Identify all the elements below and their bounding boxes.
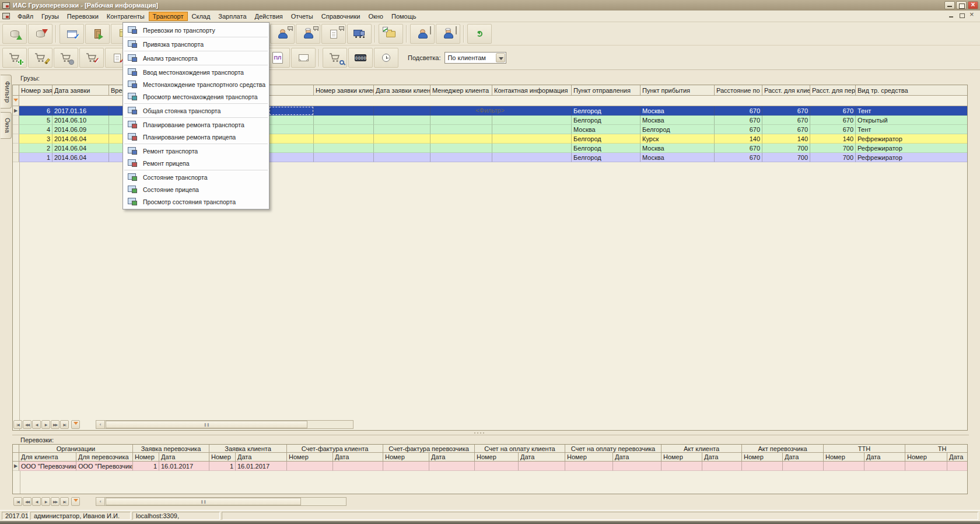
column-header-date[interactable]: Дата [702, 453, 742, 462]
nav-prior-button[interactable]: ◀ [32, 420, 41, 429]
table-row[interactable]: ▶ ООО "Перевозчики" ООО "Перевозчики" 1 … [13, 462, 967, 471]
menu-item-transport-state[interactable]: Состояние транспорта [123, 171, 269, 183]
chart-folder-button[interactable] [379, 24, 403, 44]
mdi-restore-button[interactable] [959, 12, 965, 18]
menu-file[interactable]: Файл [13, 12, 37, 21]
nav-filter-button[interactable] [71, 420, 80, 429]
column-header-date[interactable]: Дата [613, 453, 662, 462]
column-header-number[interactable]: Номер [133, 453, 159, 462]
menu-item-trailer-state[interactable]: Состояние прицепа [123, 183, 269, 195]
nav-next-button[interactable]: ▶ [41, 497, 50, 506]
nav-next-button[interactable]: ▶ [41, 420, 50, 429]
highlight-combobox[interactable]: По клиентам [444, 52, 506, 64]
column-header-departure[interactable]: Пункт отправления [572, 85, 640, 96]
exit-door-button[interactable] [85, 24, 110, 44]
cart-engine-button[interactable] [54, 48, 78, 68]
menu-item-transport-binding[interactable]: Привязка транспорта [123, 38, 269, 50]
column-header-route-distance[interactable]: Расстояние по маршруту [715, 85, 762, 96]
minimize-button[interactable] [944, 1, 955, 9]
column-header-date[interactable]: Дата [947, 453, 968, 462]
menu-contractors[interactable]: Контрагенты [103, 12, 149, 21]
menu-item-transport-analysis[interactable]: Анализ транспорта [123, 52, 269, 64]
combo-dropdown-button[interactable] [496, 53, 505, 62]
menu-item-transportations-by-transport[interactable]: Перевозки по транспорту [123, 24, 269, 36]
panel-splitter[interactable] [459, 432, 499, 435]
mdi-minimize-button[interactable] [949, 12, 954, 18]
nav-last-button[interactable]: ▶| [60, 420, 69, 429]
menu-help[interactable]: Помощь [387, 12, 421, 21]
column-header-for-client[interactable]: Для клиента [19, 453, 76, 462]
column-header-hidden[interactable] [269, 85, 314, 96]
client-report-button[interactable] [410, 24, 435, 44]
scroll-left-arrow[interactable]: ‹ [96, 421, 105, 428]
column-header-request-date[interactable]: Дата заявки [52, 85, 109, 96]
column-header-number[interactable]: Номер [565, 453, 613, 462]
refresh-document-button[interactable] [467, 24, 492, 44]
nav-prior-page-button[interactable]: ◀◀ [23, 420, 32, 429]
transports-horizontal-scrollbar[interactable]: ‹ [96, 497, 346, 506]
tab-filter[interactable]: Фильтр [1, 75, 12, 109]
column-header-arrival[interactable]: Пункт прибытия [640, 85, 715, 96]
column-header-client-request-date[interactable]: Дата заявки клиента [374, 85, 430, 96]
column-header-number[interactable]: Номер [383, 453, 429, 462]
menu-window[interactable]: Окно [364, 12, 387, 21]
menu-salary[interactable]: Зарплата [214, 12, 250, 21]
odometer-button[interactable]: 0000 [348, 48, 373, 68]
column-header-for-carrier[interactable]: Для перевозчика [76, 453, 133, 462]
menu-transport[interactable]: Транспорт [149, 12, 188, 21]
column-header-number[interactable]: Номер [475, 453, 519, 462]
scroll-thumb[interactable] [106, 498, 301, 505]
menu-actions[interactable]: Действия [251, 12, 287, 21]
column-header-contact-info[interactable]: Контактная информация [492, 85, 572, 96]
column-header-vehicle-type[interactable]: Вид тр. средства [856, 85, 968, 96]
column-header-number[interactable]: Номер [287, 453, 333, 462]
menu-item-enter-transport-location[interactable]: Ввод местонахождения транспорта [123, 66, 269, 78]
menu-item-view-transport-location[interactable]: Просмотр местонахождения транспорта [123, 90, 269, 103]
menu-item-transport-repair[interactable]: Ремонт транспорта [123, 145, 269, 157]
column-header-client-distance[interactable]: Расст. для клиента [762, 85, 810, 96]
nav-next-page-button[interactable]: ▶▶ [51, 497, 60, 506]
carrier-cart-button[interactable] [296, 24, 320, 44]
cart-add-button[interactable] [2, 48, 27, 68]
menu-transportations[interactable]: Перевозки [63, 12, 103, 21]
menu-reports[interactable]: Отчеты [287, 12, 317, 21]
nav-last-button[interactable]: ▶| [60, 497, 69, 506]
truck-button[interactable] [347, 24, 372, 44]
column-header-client-manager[interactable]: Менеджер клиента [430, 85, 492, 96]
nav-first-button[interactable]: |◀ [13, 420, 22, 429]
cargo-horizontal-scrollbar[interactable]: ‹ [96, 420, 354, 429]
nav-filter-button[interactable] [71, 497, 80, 506]
column-header-number[interactable]: Номер [209, 453, 236, 462]
menu-item-view-transport-state[interactable]: Просмотр состояния транспорта [123, 195, 269, 208]
envelope-button[interactable] [291, 48, 316, 68]
scroll-thumb[interactable] [106, 421, 307, 428]
nav-prior-button[interactable]: ◀ [32, 497, 41, 506]
column-header-date[interactable]: Дата [333, 453, 383, 462]
column-header-number[interactable]: Номер [742, 453, 783, 462]
scroll-left-arrow[interactable]: ‹ [96, 498, 105, 505]
menu-item-trailer-repair[interactable]: Ремонт прицепа [123, 157, 269, 169]
column-header-date[interactable]: Дата [236, 453, 287, 462]
db-import-button[interactable] [28, 24, 52, 44]
nav-next-page-button[interactable]: ▶▶ [51, 420, 60, 429]
column-header-request-number[interactable]: Номер заявки [19, 85, 52, 96]
menu-item-trailer-repair-planning[interactable]: Планирование ремонта прицепа [123, 131, 269, 143]
menu-item-common-transport-parking[interactable]: Общая стоянка транспорта [123, 104, 269, 117]
restore-button[interactable] [956, 1, 967, 9]
cart-search-button[interactable] [323, 48, 347, 68]
column-header-number[interactable]: Номер [824, 453, 864, 462]
menu-item-vehicle-location[interactable]: Местонахождение транспортного средства [123, 78, 269, 90]
mdi-close-button[interactable] [970, 12, 975, 18]
column-header-carrier-distance[interactable]: Расст. для перевозчика [810, 85, 856, 96]
column-header-number[interactable]: Номер [662, 453, 702, 462]
clock-button[interactable] [374, 48, 398, 68]
cart-accept-button[interactable]: ✓ [79, 48, 104, 68]
client-cart-button[interactable] [270, 24, 295, 44]
close-button[interactable] [968, 1, 978, 9]
column-header-date[interactable]: Дата [429, 453, 475, 462]
nav-first-button[interactable]: |◀ [13, 497, 22, 506]
column-header-date[interactable]: Дата [864, 453, 905, 462]
cart-edit-button[interactable] [28, 48, 52, 68]
window-check-button[interactable]: ✓ [60, 24, 84, 44]
column-header-date[interactable]: Дата [519, 453, 565, 462]
